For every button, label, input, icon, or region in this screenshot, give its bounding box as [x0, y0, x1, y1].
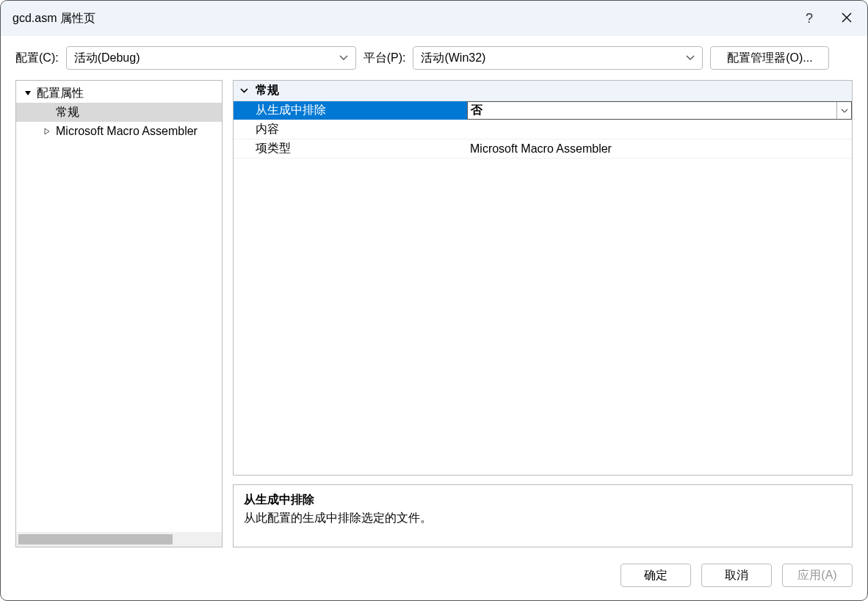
grid-row-name: 从生成中排除: [234, 101, 467, 120]
titlebar: gcd.asm 属性页 ?: [1, 1, 867, 36]
grid-row-item-type[interactable]: 项类型 Microsoft Macro Assembler: [234, 139, 852, 159]
grid-row-value-cell[interactable]: Microsoft Macro Assembler: [467, 139, 852, 158]
grid-row-value: 否: [471, 103, 482, 118]
cancel-button[interactable]: 取消: [701, 564, 772, 587]
tree-item-general[interactable]: 常规: [16, 103, 222, 122]
property-grid: 常规 从生成中排除 否 内容: [233, 80, 853, 476]
triangle-down-icon: [22, 87, 34, 99]
platform-combobox[interactable]: 活动(Win32): [413, 46, 703, 70]
chevron-down-icon: [339, 55, 348, 61]
platform-value: 活动(Win32): [421, 51, 485, 66]
description-box: 从生成中排除 从此配置的生成中排除选定的文件。: [233, 484, 853, 547]
property-page-dialog: gcd.asm 属性页 ? 配置(C): 活动(Debug) 平台(P): 活动…: [0, 0, 868, 601]
grid-row-exclude-from-build[interactable]: 从生成中排除 否: [234, 101, 852, 120]
close-icon: [842, 12, 852, 25]
right-panel: 常规 从生成中排除 否 内容: [233, 80, 853, 547]
tree-spacer: [41, 106, 53, 118]
help-button[interactable]: ?: [792, 1, 826, 36]
tree-panel: 配置属性 常规 Microsoft Macro Assembler: [15, 80, 223, 547]
config-value: 活动(Debug): [74, 51, 140, 66]
tree-item-masm[interactable]: Microsoft Macro Assembler: [16, 122, 222, 141]
grid-row-value: Microsoft Macro Assembler: [470, 142, 612, 156]
tree-item-label: 配置属性: [37, 86, 84, 101]
grid-row-name: 项类型: [234, 139, 467, 158]
scrollbar-thumb[interactable]: [18, 534, 173, 544]
tree-item-label: Microsoft Macro Assembler: [56, 125, 198, 138]
grid-category-label: 常规: [256, 83, 279, 98]
chevron-down-icon: [686, 55, 695, 61]
dropdown-button[interactable]: [836, 102, 851, 119]
apply-label: 应用(A): [798, 568, 836, 583]
grid-row-value-cell[interactable]: 否: [467, 101, 852, 120]
apply-button[interactable]: 应用(A): [782, 564, 853, 587]
ok-label: 确定: [644, 568, 668, 583]
content-area: 配置属性 常规 Microsoft Macro Assembler: [1, 80, 867, 555]
chevron-down-icon: [238, 88, 250, 93]
grid-row-name: 内容: [234, 120, 467, 139]
window-title: gcd.asm 属性页: [12, 11, 95, 26]
dialog-footer: 确定 取消 应用(A): [1, 555, 867, 600]
grid-category-header[interactable]: 常规: [234, 81, 852, 101]
config-manager-label: 配置管理器(O)...: [727, 51, 812, 66]
config-toolbar: 配置(C): 活动(Debug) 平台(P): 活动(Win32) 配置管理器(…: [1, 36, 867, 80]
tree-root-config-props[interactable]: 配置属性: [16, 84, 222, 103]
cancel-label: 取消: [725, 568, 748, 583]
config-label: 配置(C):: [15, 51, 59, 66]
triangle-right-icon: [41, 125, 53, 137]
close-button[interactable]: [826, 1, 867, 36]
grid-row-value-cell[interactable]: [467, 120, 852, 139]
property-tree: 配置属性 常规 Microsoft Macro Assembler: [16, 81, 222, 532]
config-manager-button[interactable]: 配置管理器(O)...: [710, 46, 829, 70]
description-title: 从生成中排除: [244, 492, 842, 508]
tree-item-label: 常规: [56, 105, 79, 120]
grid-row-content[interactable]: 内容: [234, 120, 852, 139]
description-text: 从此配置的生成中排除选定的文件。: [244, 511, 842, 526]
ok-button[interactable]: 确定: [621, 564, 691, 587]
config-combobox[interactable]: 活动(Debug): [66, 46, 356, 70]
horizontal-scrollbar[interactable]: [16, 532, 222, 547]
platform-label: 平台(P):: [364, 51, 406, 66]
